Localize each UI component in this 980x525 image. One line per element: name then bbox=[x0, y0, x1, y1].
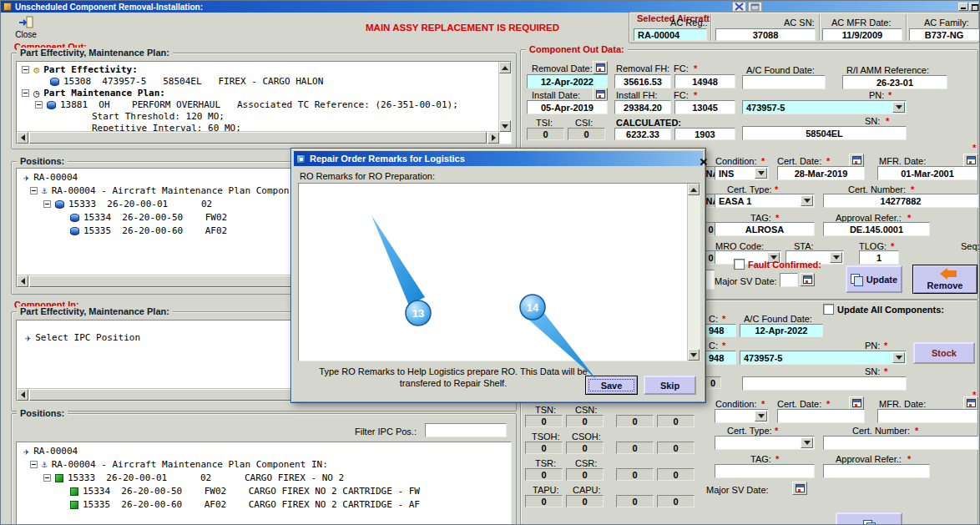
tree-node[interactable]: RA-00004 - Aircraft Maintenance Plan Com… bbox=[30, 185, 289, 196]
scroll-up-button[interactable] bbox=[688, 184, 700, 195]
in-positions-tree[interactable]: RA-00004 RA-00004 - Aircraft Maintenance… bbox=[16, 442, 512, 525]
scroll-left-button[interactable] bbox=[17, 132, 28, 144]
in-removal-fc-field[interactable]: 948 bbox=[705, 324, 736, 337]
dropdown-button[interactable] bbox=[801, 195, 813, 206]
expander-icon[interactable] bbox=[30, 461, 38, 468]
scroll-left-button[interactable] bbox=[17, 275, 28, 287]
calendar-button[interactable] bbox=[792, 482, 807, 495]
scissors-icon[interactable] bbox=[732, 2, 746, 12]
tree-node[interactable]: 15335 26-20-00-60 AF02 CARGO FIREX NO 2 … bbox=[70, 499, 420, 510]
tree-node[interactable]: RA-00004 - Aircraft Maintenance Plan Com… bbox=[30, 459, 328, 470]
tree-node[interactable]: 15334 26-20-00-50 FW02 CARGO FIREX NO 2 … bbox=[70, 486, 420, 497]
filter-ipc-input[interactable] bbox=[425, 423, 507, 437]
major-sv-date-field[interactable] bbox=[780, 273, 798, 287]
update-all-components-checkbox[interactable] bbox=[823, 304, 834, 315]
tlog-field[interactable]: 1 bbox=[859, 250, 899, 265]
install-fc-field[interactable]: 13045 bbox=[674, 100, 735, 114]
in-update-button[interactable] bbox=[836, 512, 902, 525]
tree-node[interactable]: 15333 26-20-00-01 02 CARGO FIREX - NO 2 bbox=[43, 472, 344, 483]
dropdown-button[interactable] bbox=[830, 252, 842, 263]
in-mfr-date-field[interactable] bbox=[877, 409, 977, 423]
stock-button[interactable]: Stock bbox=[913, 342, 975, 364]
vertical-scrollbar[interactable] bbox=[498, 62, 511, 132]
in-approval-refer-field[interactable] bbox=[823, 464, 930, 478]
update-button[interactable]: Update bbox=[846, 265, 902, 293]
dropdown-button[interactable] bbox=[755, 411, 767, 422]
calendar-button[interactable] bbox=[963, 154, 978, 167]
vertical-scrollbar[interactable] bbox=[687, 184, 700, 361]
install-fh-field[interactable]: 29384.20 bbox=[614, 100, 671, 114]
expander-icon[interactable] bbox=[30, 187, 38, 194]
removal-fc-field[interactable]: 14948 bbox=[674, 74, 735, 88]
minimize-button[interactable] bbox=[958, 3, 968, 11]
fault-confirmed-checkbox[interactable] bbox=[734, 259, 745, 270]
scroll-down-button[interactable] bbox=[499, 120, 511, 132]
tree-node[interactable]: 15334 26-20-00-50 FW02 bbox=[70, 212, 227, 223]
in-pn-combo[interactable]: 473957-5 bbox=[740, 351, 907, 365]
cert-type-combo[interactable]: EASA 1 bbox=[715, 194, 815, 208]
expander-icon[interactable] bbox=[22, 89, 29, 97]
out-effectivity-tree[interactable]: Part Effectivity: 15308 473957-5 58504EL… bbox=[16, 61, 512, 144]
ro-remarks-textarea[interactable] bbox=[298, 183, 700, 361]
sn-field[interactable]: 58504EL bbox=[742, 126, 907, 140]
close-button[interactable]: Close bbox=[9, 13, 43, 42]
calendar-button[interactable] bbox=[593, 61, 608, 74]
pn-combo[interactable]: 473957-5 bbox=[742, 100, 907, 114]
expander-icon[interactable] bbox=[35, 101, 43, 109]
tree-node[interactable]: Select IPC Position bbox=[25, 332, 140, 343]
approval-refer-field[interactable]: DE.145.0001 bbox=[823, 222, 930, 236]
mfr-date-field[interactable]: 01-Mar-2001 bbox=[877, 166, 977, 180]
tree-node[interactable]: 13881 OH PERFORM OVERHAUL Associated TC … bbox=[35, 99, 458, 110]
calendar-button[interactable] bbox=[963, 396, 978, 410]
restore-button[interactable] bbox=[969, 3, 979, 11]
dropdown-button[interactable] bbox=[892, 352, 905, 363]
remove-button[interactable]: Remove bbox=[912, 265, 977, 294]
in-install-fc-field[interactable]: 948 bbox=[705, 351, 736, 365]
tree-node[interactable]: Part Effectivity: bbox=[22, 64, 138, 75]
save-button[interactable]: Save bbox=[585, 376, 638, 395]
removal-fh-field[interactable]: 35616.53 bbox=[614, 74, 671, 88]
scroll-left-button[interactable] bbox=[17, 389, 28, 401]
calendar-button[interactable] bbox=[800, 273, 815, 286]
tree-node[interactable]: Part Maintenance Plan: bbox=[22, 88, 165, 98]
install-date-field[interactable]: 05-Apr-2019 bbox=[527, 100, 608, 114]
calendar-button[interactable] bbox=[593, 88, 608, 101]
expander-icon[interactable] bbox=[22, 66, 29, 73]
ri-amm-reference-field[interactable]: 26-23-01 bbox=[842, 75, 947, 89]
expander-icon[interactable] bbox=[43, 474, 51, 482]
ac-reg-field[interactable]: RA-00004 bbox=[634, 28, 707, 41]
dropdown-button[interactable] bbox=[892, 102, 905, 113]
skip-button[interactable]: Skip bbox=[644, 376, 696, 395]
in-ac-found-date-field[interactable]: 12-Apr-2022 bbox=[740, 324, 823, 337]
in-tag-field[interactable] bbox=[715, 464, 815, 478]
dropdown-button[interactable] bbox=[801, 437, 813, 448]
calendar-button[interactable] bbox=[849, 396, 864, 410]
scroll-down-button[interactable] bbox=[688, 349, 700, 361]
condition-combo[interactable]: INS bbox=[715, 166, 769, 180]
in-cert-number-field[interactable] bbox=[823, 436, 978, 450]
cert-date-field[interactable]: 28-Mar-2019 bbox=[777, 166, 865, 180]
in-cert-date-field[interactable] bbox=[777, 409, 865, 423]
tree-node[interactable]: Start Threshold: 120 MO; bbox=[92, 111, 225, 122]
in-cert-type-combo[interactable] bbox=[715, 436, 815, 450]
calendar-button[interactable] bbox=[849, 154, 864, 167]
expander-icon[interactable] bbox=[43, 200, 51, 208]
tree-node[interactable]: 15333 26-20-00-01 02 bbox=[43, 199, 212, 209]
ac-found-date-field[interactable] bbox=[742, 75, 826, 89]
in-sn-field[interactable] bbox=[742, 376, 907, 391]
window-tool-icon[interactable] bbox=[748, 2, 762, 12]
removal-date-field[interactable]: 12-Apr-2022 bbox=[527, 74, 608, 88]
tree-node[interactable]: 15308 473957-5 58504EL FIREX - CARGO HAL… bbox=[50, 76, 323, 87]
scrollbar-thumb[interactable] bbox=[29, 132, 487, 144]
cert-number-field[interactable]: 14277882 bbox=[823, 194, 978, 208]
csr-calc-field: 0 bbox=[657, 468, 695, 481]
horizontal-scrollbar[interactable] bbox=[17, 131, 499, 144]
tree-node[interactable]: 15335 26-20-00-60 AF02 bbox=[70, 225, 227, 236]
tree-node[interactable]: RA-00004 bbox=[23, 446, 78, 457]
scroll-up-button[interactable] bbox=[499, 62, 511, 73]
tree-node[interactable]: RA-00004 bbox=[23, 172, 78, 183]
tag-field[interactable]: ALROSA bbox=[715, 222, 815, 236]
scroll-right-button[interactable] bbox=[487, 132, 499, 144]
dropdown-button[interactable] bbox=[755, 168, 767, 179]
in-condition-combo[interactable] bbox=[715, 409, 769, 423]
